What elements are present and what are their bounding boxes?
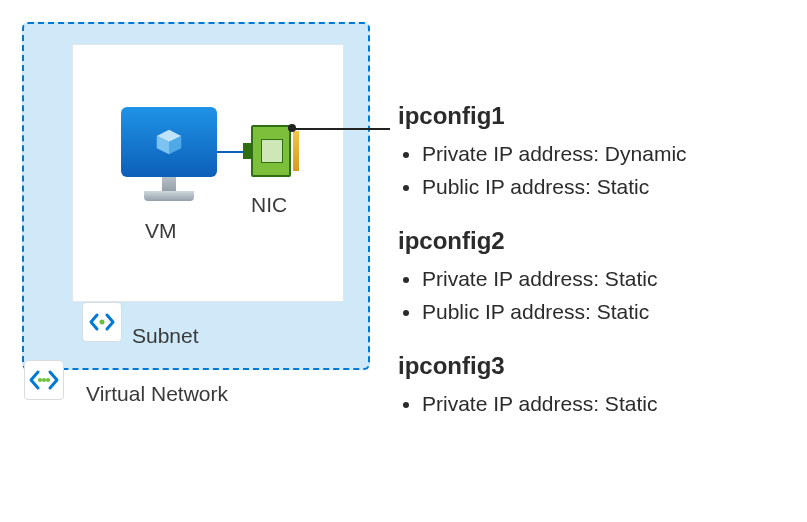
ipconfig3-title: ipconfig3 [398, 352, 798, 380]
list-item: Private IP address: Dynamic [422, 138, 798, 171]
svg-point-5 [42, 378, 46, 382]
nic-icon [243, 125, 295, 177]
svg-point-3 [100, 320, 105, 325]
svg-point-6 [46, 378, 50, 382]
virtual-network-box: VM NIC Subnet [22, 22, 370, 370]
ipconfig1-details: Private IP address: Dynamic Public IP ad… [398, 138, 798, 203]
subnet-icon [82, 302, 122, 342]
ipconfig-list: ipconfig1 Private IP address: Dynamic Pu… [398, 102, 798, 445]
ipconfig2-details: Private IP address: Static Public IP add… [398, 263, 798, 328]
virtual-network-icon [24, 360, 64, 400]
vm-label: VM [145, 219, 177, 243]
svg-point-4 [38, 378, 42, 382]
ipconfig2-title: ipconfig2 [398, 227, 798, 255]
vm-icon [121, 107, 217, 211]
vm-nic-wire [217, 151, 243, 153]
ipconfig3-details: Private IP address: Static [398, 388, 798, 421]
nic-label: NIC [251, 193, 287, 217]
list-item: Private IP address: Static [422, 263, 798, 296]
list-item: Public IP address: Static [422, 171, 798, 204]
ipconfig1-title: ipconfig1 [398, 102, 798, 130]
subnet-box: VM NIC [72, 44, 344, 302]
list-item: Private IP address: Static [422, 388, 798, 421]
subnet-label: Subnet [132, 324, 199, 348]
callout-line [292, 128, 390, 130]
virtual-network-label: Virtual Network [86, 382, 228, 406]
list-item: Public IP address: Static [422, 296, 798, 329]
